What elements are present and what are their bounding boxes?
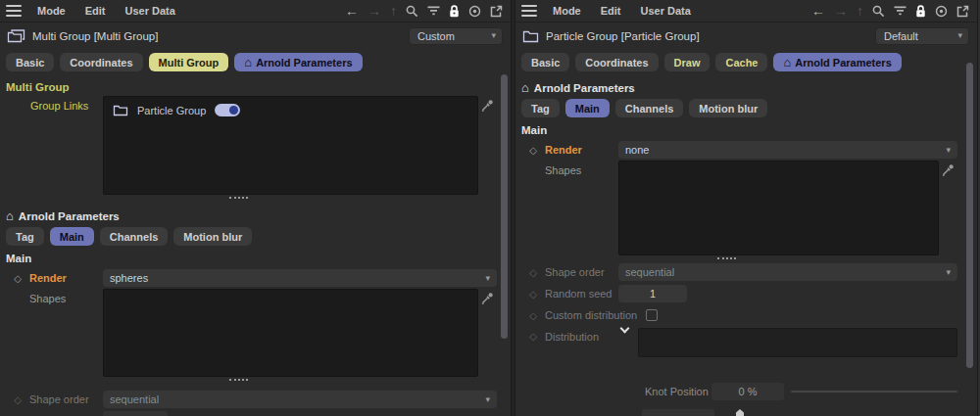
resize-handle[interactable] xyxy=(515,255,938,261)
up-level-icon[interactable]: ↑ xyxy=(390,4,397,18)
arnold-icon: ⌂ xyxy=(521,81,529,94)
arnold-icon: ⌂ xyxy=(244,56,252,69)
keyframe-diamond-icon[interactable]: ◇ xyxy=(6,273,29,284)
history-back-icon[interactable]: ← xyxy=(345,4,359,18)
menu-user-data[interactable]: User Data xyxy=(125,5,175,17)
eyedropper-icon[interactable] xyxy=(481,96,497,112)
tab-cache[interactable]: Cache xyxy=(715,53,767,71)
subtab-tag[interactable]: Tag xyxy=(6,227,44,246)
shape-order-dropdown[interactable]: sequential ▾ xyxy=(618,263,957,281)
tab-arnold-parameters[interactable]: ⌂ Arnold Parameters xyxy=(234,53,362,71)
hamburger-menu-icon[interactable] xyxy=(6,5,22,17)
resize-handle[interactable] xyxy=(0,377,476,383)
tab-basic[interactable]: Basic xyxy=(521,53,569,71)
search-icon[interactable] xyxy=(872,5,885,18)
hamburger-menu-icon[interactable] xyxy=(521,5,537,17)
knot-position-input[interactable]: 0 % xyxy=(711,383,784,400)
distribution-gradient-box[interactable] xyxy=(638,328,957,357)
shapes-listbox[interactable] xyxy=(618,161,939,255)
subtab-motion-blur[interactable]: Motion blur xyxy=(689,99,767,117)
history-forward-icon[interactable]: → xyxy=(368,4,381,18)
chevron-down-icon: ▾ xyxy=(491,31,496,40)
knot-position-value: 0 % xyxy=(739,386,758,397)
menu-mode[interactable]: Mode xyxy=(553,5,581,17)
menu-edit[interactable]: Edit xyxy=(601,5,621,17)
clipped-dropdown[interactable] xyxy=(642,409,714,416)
preset-value: Custom xyxy=(417,30,455,42)
subtab-tag[interactable]: Tag xyxy=(521,99,560,117)
arnold-icon: ⌂ xyxy=(783,56,791,69)
eyedropper-icon[interactable] xyxy=(481,289,497,304)
list-item-particle-group[interactable]: Particle Group xyxy=(104,97,477,123)
filter-icon[interactable] xyxy=(894,6,906,16)
lock-icon[interactable] xyxy=(449,5,460,18)
group-links-listbox[interactable]: Particle Group xyxy=(103,96,478,195)
shape-order-dropdown[interactable]: sequential ▾ xyxy=(103,391,497,408)
vertical-scrollbar[interactable] xyxy=(501,74,508,339)
target-mode-icon[interactable] xyxy=(935,5,948,18)
resize-handle[interactable] xyxy=(0,195,476,201)
keyframe-diamond-icon[interactable]: ◇ xyxy=(521,289,545,300)
arnold-subtabs: Tag Main Channels Motion blur xyxy=(515,97,977,122)
search-icon[interactable] xyxy=(406,5,418,18)
knot-position-row: Knot Position 0 % xyxy=(515,383,977,400)
target-mode-icon[interactable] xyxy=(468,5,481,18)
menu-mode[interactable]: Mode xyxy=(37,5,66,17)
knot-position-slider[interactable] xyxy=(791,391,957,393)
subtab-channels[interactable]: Channels xyxy=(100,227,169,246)
keyframe-diamond-icon[interactable]: ◇ xyxy=(521,328,545,342)
keyframe-diamond-icon[interactable]: ◇ xyxy=(6,394,29,405)
random-seed-value: 1 xyxy=(650,288,656,300)
subtab-main[interactable]: Main xyxy=(50,227,94,246)
multi-folder-icon xyxy=(7,28,25,43)
custom-distribution-label: Custom distribution xyxy=(545,309,646,321)
tab-coordinates[interactable]: Coordinates xyxy=(575,53,658,71)
keyframe-diamond-icon[interactable]: ◇ xyxy=(521,267,545,278)
shape-order-value: sequential xyxy=(110,393,485,405)
shape-order-value: sequential xyxy=(625,266,946,278)
up-level-icon[interactable]: ↑ xyxy=(857,4,863,18)
menu-user-data[interactable]: User Data xyxy=(641,5,691,17)
subtab-motion-blur[interactable]: Motion blur xyxy=(173,227,252,246)
render-dropdown[interactable]: none ▾ xyxy=(618,141,957,159)
keyframe-diamond-icon[interactable]: ◇ xyxy=(521,310,545,321)
param-row-distribution: ◇ Distribution xyxy=(515,328,977,357)
tab-label: Arnold Parameters xyxy=(256,57,352,69)
filter-icon[interactable] xyxy=(427,6,440,16)
random-seed-input[interactable]: 1 xyxy=(618,285,687,302)
eyedropper-icon[interactable] xyxy=(942,161,957,176)
expand-chevron-icon[interactable] xyxy=(620,324,630,334)
enable-toggle[interactable] xyxy=(215,104,240,116)
subtab-main[interactable]: Main xyxy=(565,99,610,117)
gradient-knot-icon[interactable] xyxy=(736,409,744,416)
preset-dropdown[interactable]: Default ▾ xyxy=(875,27,969,45)
toolbar: Mode Edit User Data ← → ↑ xyxy=(0,0,511,23)
render-dropdown[interactable]: spheres ▾ xyxy=(103,269,497,287)
history-back-icon[interactable]: ← xyxy=(811,4,825,18)
history-forward-icon[interactable]: → xyxy=(834,4,848,18)
menu-edit[interactable]: Edit xyxy=(85,5,106,17)
vertical-scrollbar[interactable] xyxy=(966,63,973,368)
popout-window-icon[interactable] xyxy=(956,5,969,18)
random-seed-label: Random seed xyxy=(545,288,618,300)
param-row-clipped xyxy=(0,411,511,416)
keyframe-diamond-icon[interactable]: ◇ xyxy=(521,145,545,156)
tab-draw[interactable]: Draw xyxy=(664,53,710,71)
param-row-shape-order: ◇ Shape order sequential ▾ xyxy=(0,391,511,408)
tab-coordinates[interactable]: Coordinates xyxy=(60,53,142,71)
custom-distribution-checkbox[interactable] xyxy=(646,309,658,321)
clipped-field[interactable] xyxy=(103,411,168,416)
preset-value: Default xyxy=(884,30,918,42)
shapes-listbox[interactable] xyxy=(103,289,478,377)
tab-arnold-parameters[interactable]: ⌂ Arnold Parameters xyxy=(773,53,901,71)
lock-icon[interactable] xyxy=(915,5,926,18)
tab-basic[interactable]: Basic xyxy=(6,53,54,71)
knot-position-label: Knot Position xyxy=(645,386,711,397)
preset-dropdown[interactable]: Custom ▾ xyxy=(409,27,503,45)
shapes-label: Shapes xyxy=(545,161,618,176)
attribute-panel-right: Mode Edit User Data ← → ↑ xyxy=(515,0,977,416)
popout-window-icon[interactable] xyxy=(490,5,503,18)
tab-multi-group[interactable]: Multi Group xyxy=(149,53,229,71)
subtab-channels[interactable]: Channels xyxy=(615,99,684,117)
group-links-label: Group Links xyxy=(6,96,103,112)
